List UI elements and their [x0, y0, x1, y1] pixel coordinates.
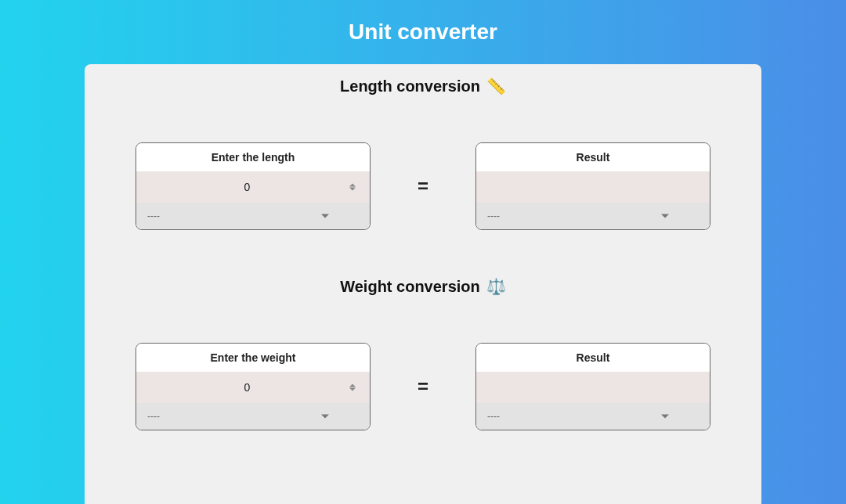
- length-input-unit-select[interactable]: ----: [147, 203, 359, 229]
- weight-section-header: Weight conversion ⚖️: [135, 277, 711, 296]
- weight-input-unit-select[interactable]: ----: [147, 403, 359, 430]
- length-row: Enter the length ---- = Result: [135, 142, 711, 230]
- weight-section: Weight conversion ⚖️ Enter the weight --…: [135, 277, 711, 430]
- length-input-panel: Enter the length ----: [136, 142, 371, 230]
- weight-result-unit-wrap: ----: [476, 403, 710, 430]
- length-input-unit-wrap: ----: [136, 203, 370, 229]
- weight-input-panel: Enter the weight ----: [136, 343, 371, 430]
- length-section-header: Length conversion 📏: [135, 77, 711, 95]
- length-input-label: Enter the length: [136, 143, 370, 171]
- length-result-unit-wrap: ----: [476, 203, 710, 229]
- length-result-unit-select[interactable]: ----: [487, 203, 699, 229]
- page-title: Unit converter: [0, 0, 846, 64]
- converter-card: Length conversion 📏 Enter the length ---…: [85, 64, 761, 504]
- length-input-value-wrap: [136, 171, 370, 203]
- length-result-panel: Result ----: [475, 142, 710, 230]
- weight-row: Enter the weight ---- = Result: [135, 343, 711, 430]
- equals-sign: =: [418, 376, 428, 398]
- length-result-label: Result: [476, 143, 710, 171]
- scale-icon: ⚖️: [486, 277, 506, 296]
- length-section: Length conversion 📏 Enter the length ---…: [135, 77, 711, 230]
- length-header-text: Length conversion: [340, 77, 480, 95]
- weight-input-label: Enter the weight: [136, 344, 370, 372]
- length-result-value-wrap: [476, 171, 710, 203]
- weight-result-unit-select[interactable]: ----: [487, 403, 699, 430]
- weight-input-unit-wrap: ----: [136, 403, 370, 430]
- length-input[interactable]: [136, 171, 370, 203]
- weight-result-panel: Result ----: [475, 343, 710, 430]
- ruler-icon: 📏: [486, 77, 506, 95]
- weight-header-text: Weight conversion: [340, 278, 480, 296]
- weight-result-value-wrap: [476, 372, 710, 403]
- weight-input-value-wrap: [136, 372, 370, 403]
- weight-input[interactable]: [136, 372, 370, 403]
- weight-result-label: Result: [476, 344, 710, 372]
- equals-sign: =: [418, 175, 428, 197]
